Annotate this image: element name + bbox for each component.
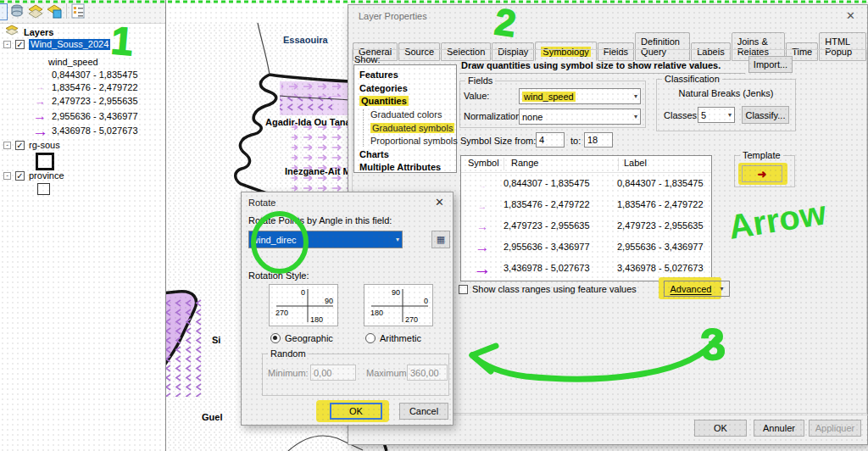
advanced-button-label: Advanced	[670, 284, 712, 294]
show-item-features[interactable]: Features	[359, 70, 456, 81]
wind-arrows	[281, 81, 348, 97]
graduated-arrow-icon: →	[32, 96, 47, 107]
calculator-button[interactable]: ▦	[431, 231, 450, 248]
label-cell: 0,844307 - 1,835475	[612, 178, 711, 189]
layer-visibility-checkbox[interactable]: ✓	[15, 141, 25, 150]
class-ranges-option[interactable]: Show class ranges using feature values	[459, 284, 637, 295]
toc-root-label: Layers	[24, 27, 53, 38]
symbol-table-row[interactable]: → 2,955636 - 3,436977 2,955636 - 3,43697…	[461, 237, 711, 258]
map-label-agadir: Agadir-Ida Ou Tanar	[265, 117, 355, 127]
classes-dropdown-value: 5	[701, 110, 706, 120]
rotate-field-label: Rotate Points by Angle in this field:	[248, 215, 392, 226]
apply-button[interactable]: Appliquer	[809, 420, 861, 437]
toc-legend-field: wind_speed	[48, 57, 98, 68]
ok-button[interactable]: OK	[694, 420, 747, 437]
graduated-arrow-icon: →	[32, 72, 47, 78]
show-item-quantities[interactable]: Quantities	[359, 96, 456, 107]
template-button[interactable]: ➜	[742, 165, 782, 182]
symbol-table-row[interactable]: → 2,479723 - 2,955635 2,479723 - 2,95563…	[461, 215, 711, 237]
fields-group-label: Fields	[465, 75, 495, 86]
rg-sous-symbol	[36, 153, 54, 170]
symbol-size-to-input[interactable]: 18	[584, 132, 613, 148]
coastline-thin	[258, 23, 270, 75]
collapse-icon[interactable]: -	[3, 142, 11, 149]
normalization-dropdown[interactable]: none ▾	[519, 109, 641, 125]
geographic-radio[interactable]	[270, 333, 281, 343]
minimum-input[interactable]: 0,00	[310, 365, 356, 381]
geographic-option[interactable]: Geographic	[270, 333, 333, 344]
maximum-label: Maximum:	[366, 368, 409, 379]
arith-top-value: 90	[392, 288, 400, 297]
template-arrow-icon: ➜	[758, 168, 767, 181]
label-cell: 3,436978 - 5,027673	[612, 263, 711, 274]
show-item-charts[interactable]: Charts	[359, 149, 456, 160]
toc-root-item[interactable]: Layers	[5, 25, 53, 40]
toc-layer-label[interactable]: province	[29, 170, 64, 181]
random-group: Random Minimum: 0,00 Maximum: 360,00	[262, 354, 449, 396]
toc-layer-label[interactable]: rg-sous	[29, 140, 60, 151]
symbol-column-header[interactable]: Symbol	[461, 158, 504, 170]
show-item-multiple-attributes[interactable]: Multiple Attributes	[359, 162, 456, 173]
ok-button[interactable]: OK	[330, 403, 382, 420]
table-of-contents: Layers - ✓ Wind_Souss_2024 wind_speed → …	[0, 0, 166, 451]
show-item-proportional-symbols[interactable]: Proportional symbols	[370, 136, 456, 147]
symbol-size-from-input[interactable]: 4	[536, 132, 565, 148]
collapse-icon[interactable]: -	[3, 172, 11, 180]
show-listbox: Features Categories Quantities Graduated…	[353, 64, 457, 173]
show-item-categories[interactable]: Categories	[359, 83, 456, 94]
layer-visibility-checkbox[interactable]: ✓	[15, 171, 25, 181]
toc-layer-wind[interactable]: - ✓ Wind_Souss_2024	[3, 39, 110, 50]
toc-layer-province[interactable]: - ✓ province	[3, 170, 64, 181]
legend-class-label: 2,479723 - 2,955635	[52, 96, 138, 107]
list-by-selection-icon[interactable]	[47, 3, 63, 22]
toc-layer-label[interactable]: Wind_Souss_2024	[29, 39, 110, 50]
range-cell: 2,955636 - 3,436977	[504, 242, 612, 253]
legend-class-label: 1,835476 - 2,479722	[52, 82, 138, 93]
label-column-header[interactable]: Label	[619, 158, 711, 170]
collapse-icon[interactable]: -	[3, 41, 11, 48]
advanced-button[interactable]: Advanced ▾	[664, 281, 730, 297]
geo-right-value: 90	[325, 297, 333, 305]
rotate-field-dropdown[interactable]: wind_direc ▾	[248, 231, 403, 248]
list-by-visibility-icon[interactable]	[28, 3, 44, 22]
list-by-source-icon[interactable]	[10, 3, 25, 22]
toc-layer-rg-sous[interactable]: - ✓ rg-sous	[3, 140, 60, 151]
dialog-title: Layer Properties	[359, 11, 427, 22]
legend-class-label: 3,436978 - 5,027673	[52, 125, 138, 136]
symbol-table-row[interactable]: → 1,835476 - 2,479722 1,835476 - 2,47972…	[461, 194, 711, 215]
map-label-guel: Guel	[202, 412, 222, 422]
close-icon[interactable]: ✕	[846, 9, 855, 22]
chevron-down-icon: ▾	[634, 113, 637, 120]
template-group-label: Template	[740, 150, 783, 160]
show-item-graduated-symbols[interactable]: Graduated symbols	[370, 123, 456, 134]
classification-method: Natural Breaks (Jenks)	[657, 88, 795, 99]
symbol-table-row[interactable]: → 3,436978 - 5,027673 3,436978 - 5,02767…	[461, 258, 711, 279]
close-icon[interactable]: ✕	[435, 196, 444, 209]
classify-button[interactable]: Classify...	[742, 106, 789, 124]
geo-bottom-value: 180	[310, 315, 323, 324]
arithmetic-option[interactable]: Arithmetic	[365, 333, 421, 344]
graduated-arrow-icon: →	[478, 201, 487, 211]
show-item-graduated-colors[interactable]: Graduated colors	[370, 109, 456, 120]
class-ranges-checkbox[interactable]	[459, 285, 468, 294]
list-by-drawing-order-icon[interactable]	[0, 3, 8, 20]
arithmetic-radio[interactable]	[365, 333, 376, 343]
graduated-arrow-icon: →	[476, 239, 490, 255]
arithmetic-label: Arithmetic	[380, 333, 421, 344]
map-label-essaouira: Essaouira	[283, 35, 328, 45]
cancel-button[interactable]: Cancel	[399, 403, 448, 420]
layer-visibility-checkbox[interactable]: ✓	[15, 40, 25, 49]
toc-options-icon[interactable]	[71, 3, 86, 22]
geographic-diagram: 0 90 270 180	[269, 284, 338, 326]
value-dropdown[interactable]: wind_speed ▾	[519, 88, 641, 104]
import-button[interactable]: Import...	[748, 56, 793, 73]
toc-legend-class: → 2,479723 - 2,955635	[32, 96, 138, 107]
maximum-input[interactable]: 360,00	[407, 365, 448, 381]
cancel-button[interactable]: Annuler	[754, 420, 804, 437]
range-column-header[interactable]: Range	[504, 158, 619, 170]
classes-dropdown[interactable]: 5 ▾	[698, 107, 735, 123]
symbol-table-row[interactable]: → 0,844307 - 1,835475 0,844307 - 1,83547…	[461, 173, 711, 194]
map-label-inezgane: Inezgane-Ait M	[285, 166, 351, 176]
wind-chevrons	[280, 97, 332, 114]
toc-legend-class: → 3,436978 - 5,027673	[32, 123, 138, 139]
